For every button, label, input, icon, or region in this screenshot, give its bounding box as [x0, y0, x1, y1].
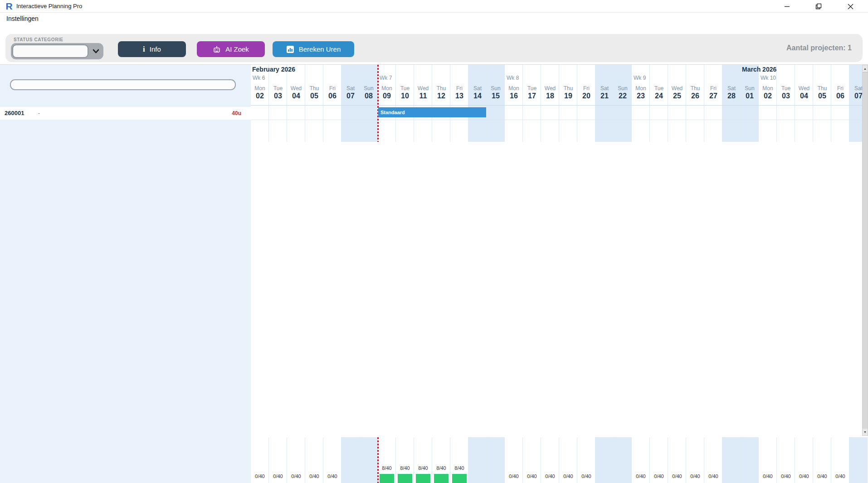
day-number-label: 28	[722, 92, 741, 100]
day-number-label: 24	[650, 92, 668, 100]
capacity-label: 8/40	[414, 465, 432, 471]
gantt-column-shade-top	[777, 65, 795, 142]
gantt-column-shade-top	[341, 65, 360, 142]
day-number-label: 17	[523, 92, 541, 100]
week-label: Wk 8	[507, 75, 519, 81]
scrollbar-thumb[interactable]	[863, 72, 868, 430]
day-name-label: Wed	[668, 85, 686, 92]
status-category-dropdown-button[interactable]	[88, 43, 103, 59]
day-number-label: 13	[450, 92, 468, 100]
project-count-label: Aantal projecten: 1	[786, 34, 852, 62]
toolbar: STATUS CATEGORIE i Info AI Zoek	[5, 34, 863, 62]
capacity-label: 0/40	[777, 473, 795, 479]
day-name-label: Sun	[741, 85, 759, 92]
restore-button[interactable]	[808, 0, 829, 13]
day-number-label: 12	[432, 92, 450, 100]
gantt-column-shade-top	[614, 65, 632, 142]
gantt-column-shade-top	[305, 65, 323, 142]
capacity-label: 0/40	[577, 473, 595, 479]
day-number-label: 26	[686, 92, 704, 100]
minimize-button[interactable]	[776, 0, 797, 13]
gantt-column-shade-top	[795, 65, 813, 142]
gantt-column-shade-bottom	[487, 437, 505, 483]
capacity-label: 8/40	[396, 465, 414, 471]
gantt-column-shade-bottom	[341, 437, 360, 483]
gantt-column-shade-top	[323, 65, 341, 142]
vertical-scrollbar[interactable]: ▲ ▼	[862, 65, 868, 436]
day-number-label: 20	[577, 92, 595, 100]
day-name-label: Sun	[614, 85, 632, 92]
day-number-label: 09	[378, 92, 396, 100]
today-line	[377, 65, 379, 142]
day-name-label: Mon	[759, 85, 777, 92]
gantt-column-shade-bottom	[849, 437, 868, 483]
capacity-bar	[416, 474, 430, 483]
capacity-bar	[434, 474, 449, 483]
bereken-uren-button[interactable]: Bereken Uren	[273, 41, 354, 57]
capacity-bar	[380, 474, 394, 483]
gantt-column-shade-top	[704, 65, 722, 142]
capacity-label: 0/40	[632, 473, 650, 479]
week-label: Wk 6	[253, 75, 265, 81]
search-input[interactable]	[10, 79, 236, 90]
day-number-label: 05	[813, 92, 831, 100]
menu-item-instellingen[interactable]: Instellingen	[5, 14, 40, 23]
scroll-up-button[interactable]: ▲	[863, 65, 868, 72]
capacity-label: 0/40	[559, 473, 577, 479]
capacity-label: 0/40	[251, 473, 269, 479]
day-name-label: Tue	[523, 85, 541, 92]
capacity-label: 0/40	[813, 473, 831, 479]
gantt-column-shade-top	[741, 65, 759, 142]
ai-zoek-button[interactable]: AI Zoek	[197, 41, 265, 57]
gantt-bar[interactable]: Standaard	[378, 107, 486, 117]
close-button[interactable]	[840, 0, 861, 13]
project-row[interactable]: 260001 - 40u	[0, 107, 251, 120]
capacity-label: 0/40	[650, 473, 668, 479]
gantt-column-shade-top	[831, 65, 849, 142]
gantt-column-shade-top	[813, 65, 831, 142]
day-name-label: Sat	[595, 85, 614, 92]
ai-zoek-button-label: AI Zoek	[225, 45, 249, 53]
day-number-label: 07	[341, 92, 360, 100]
gantt-column-shade-top	[541, 65, 559, 142]
day-name-label: Sat	[341, 85, 360, 92]
day-name-label: Sun	[360, 85, 378, 92]
day-name-label: Thu	[432, 85, 450, 92]
capacity-label: 0/40	[287, 473, 305, 479]
gantt-column-shade-top	[269, 65, 287, 142]
day-name-label: Wed	[414, 85, 432, 92]
day-name-label: Sun	[487, 85, 505, 92]
day-name-label: Tue	[396, 85, 414, 92]
day-name-label: Thu	[813, 85, 831, 92]
day-number-label: 10	[396, 92, 414, 100]
status-category-select[interactable]	[11, 43, 103, 59]
day-number-label: 05	[305, 92, 323, 100]
capacity-label: 0/40	[759, 473, 777, 479]
gantt-column-shade-top	[450, 65, 468, 142]
capacity-bar	[398, 474, 412, 483]
day-number-label: 08	[360, 92, 378, 100]
gantt-column-shade-top	[360, 65, 378, 142]
title-bar: R Interactieve Planning Pro	[0, 0, 868, 13]
day-number-label: 18	[541, 92, 559, 100]
capacity-label: 0/40	[523, 473, 541, 479]
day-number-label: 06	[831, 92, 849, 100]
scroll-down-button[interactable]: ▼	[863, 429, 868, 435]
gantt-column-shade-top	[468, 65, 487, 142]
close-icon	[848, 4, 853, 10]
month-label: March 2026	[742, 66, 776, 73]
info-button[interactable]: i Info	[118, 41, 186, 57]
status-category-value[interactable]	[12, 44, 88, 58]
gantt-column-shade-top	[523, 65, 541, 142]
day-name-label: Fri	[704, 85, 722, 92]
day-number-label: 27	[704, 92, 722, 100]
day-name-label: Wed	[795, 85, 813, 92]
day-name-label: Mon	[378, 85, 396, 92]
day-number-label: 03	[777, 92, 795, 100]
gantt-column-shade-top	[396, 65, 414, 142]
capacity-label: 0/40	[795, 473, 813, 479]
capacity-label: 0/40	[269, 473, 287, 479]
gantt-column-shade-top	[577, 65, 595, 142]
header-bottom-line	[251, 105, 868, 106]
day-number-label: 02	[759, 92, 777, 100]
